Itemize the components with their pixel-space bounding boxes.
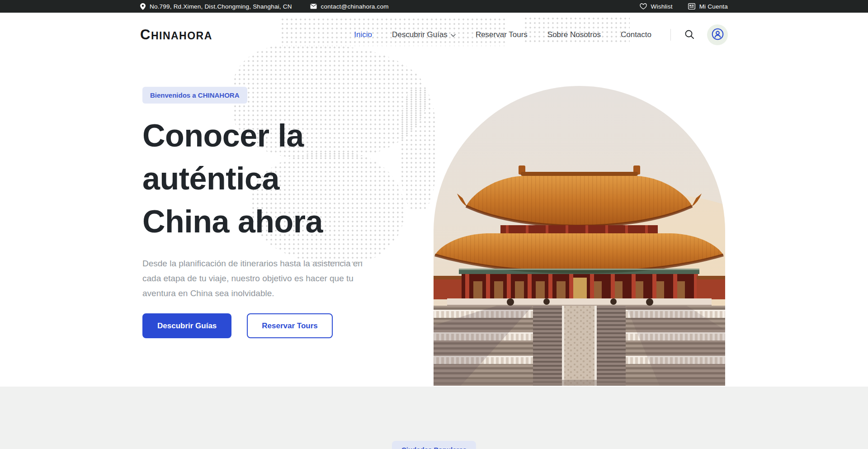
hero-badge: Bienvenidos a CHINAHORA [142,87,247,104]
main-nav: Inicio Descubrir Guías Reservar Tours So… [354,30,651,39]
main-header: CHINAHORA Inicio Descubrir Guías Reserva… [0,13,868,57]
id-card-icon [688,3,695,9]
hero-title-line: Conocer la [142,114,414,157]
nav-label: Contacto [621,30,651,39]
topbar-email-text: contact@chinahora.com [321,3,389,10]
nav-item-descubrir-guias[interactable]: Descubrir Guías [392,30,456,39]
mail-icon [310,4,317,9]
header-divider [670,29,671,41]
topbar-address-text: No.799, Rd.Ximen, Dist.Chongming, Shangh… [150,3,292,10]
topbar-email[interactable]: contact@chinahora.com [310,3,389,10]
popular-cities-badge: Ciudades Populares [392,441,476,449]
hero-section: Bienvenidos a CHINAHORA Conocer la autén… [0,57,868,387]
topbar-address: No.799, Rd.Ximen, Dist.Chongming, Shangh… [140,3,292,10]
nav-item-sobre-nosotros[interactable]: Sobre Nosotros [547,30,601,39]
site-logo[interactable]: CHINAHORA [140,27,212,43]
popular-cities-section: Ciudades Populares [0,387,868,449]
logo-first-letter: C [140,27,151,43]
nav-label: Inicio [354,30,372,39]
hero-title-line: auténtica [142,157,414,200]
heart-icon [640,3,647,9]
reservar-tours-button[interactable]: Reservar Tours [247,313,332,338]
search-button[interactable] [684,29,694,41]
chevron-down-icon [451,30,456,39]
nav-label: Descubrir Guías [392,30,448,39]
search-icon [684,29,694,41]
topbar: No.799, Rd.Ximen, Dist.Chongming, Shangh… [0,0,868,13]
hero-description: Desde la planificación de itinerarios ha… [142,256,382,301]
user-icon [712,28,724,42]
nav-item-inicio[interactable]: Inicio [354,30,372,39]
logo-rest: HINAHORA [151,30,212,42]
wishlist-label: Wishlist [651,3,673,10]
location-pin-icon [140,3,146,10]
wishlist-link[interactable]: Wishlist [640,3,673,10]
nav-item-reservar-tours[interactable]: Reservar Tours [476,30,528,39]
nav-item-contacto[interactable]: Contacto [621,30,651,39]
hero-title-line: China ahora [142,200,414,243]
nav-label: Reservar Tours [476,30,528,39]
account-label: Mi Cuenta [699,3,728,10]
nav-label: Sobre Nosotros [547,30,601,39]
hero-title: Conocer la auténtica China ahora [142,114,414,243]
account-avatar-button[interactable] [707,24,728,45]
account-link[interactable]: Mi Cuenta [688,3,728,10]
descubrir-guias-button[interactable]: Descubrir Guías [142,313,231,338]
hero-image-forbidden-city [434,86,725,386]
